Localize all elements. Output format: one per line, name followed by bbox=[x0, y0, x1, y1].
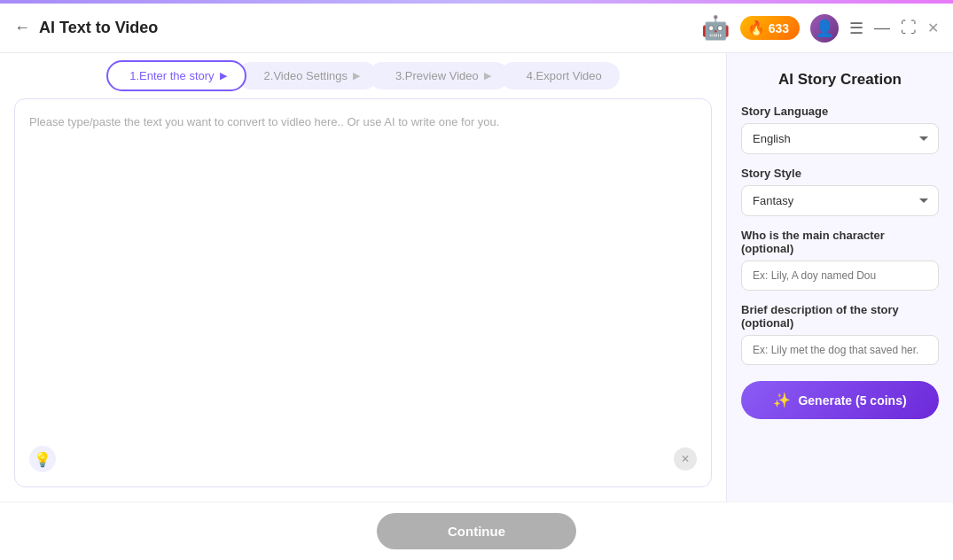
text-area-placeholder: Please type/paste the text you want to c… bbox=[29, 113, 697, 131]
title-bar: ← AI Text to Video 🤖 🔥 633 👤 ☰ — ⛶ ✕ bbox=[0, 4, 953, 53]
story-language-label: Story Language bbox=[741, 105, 939, 118]
right-panel: AI Story Creation Story Language English… bbox=[726, 53, 953, 502]
story-style-label: Story Style bbox=[741, 167, 939, 180]
clear-button[interactable]: ✕ bbox=[674, 447, 697, 471]
title-actions: 🤖 🔥 633 👤 ☰ — ⛶ ✕ bbox=[701, 14, 939, 43]
step-3-label: 3.Preview Video bbox=[395, 69, 479, 82]
text-area-bottom: 💡 ✕ bbox=[29, 439, 697, 472]
main-character-group: Who is the main character (optional) bbox=[741, 229, 939, 291]
menu-icon[interactable]: ☰ bbox=[849, 19, 863, 38]
steps-bar: 1.Enter the story ▶ 2.Video Settings ▶ 3… bbox=[14, 53, 712, 98]
avatar: 👤 bbox=[810, 14, 839, 43]
step-4-label: 4.Export Video bbox=[527, 69, 602, 82]
main-character-input[interactable] bbox=[741, 261, 939, 291]
close-button[interactable]: ✕ bbox=[927, 19, 939, 36]
step-3[interactable]: 3.Preview Video ▶ bbox=[369, 62, 509, 89]
continue-button[interactable]: Continue bbox=[377, 513, 576, 549]
fire-icon: 🔥 bbox=[747, 19, 765, 36]
step-2[interactable]: 2.Video Settings ▶ bbox=[238, 62, 378, 89]
main-character-label: Who is the main character (optional) bbox=[741, 229, 939, 255]
ai-icon: 🤖 bbox=[701, 14, 730, 42]
left-panel: 1.Enter the story ▶ 2.Video Settings ▶ 3… bbox=[0, 53, 726, 502]
coins-badge: 🔥 633 bbox=[740, 16, 800, 40]
continue-bar: Continue bbox=[0, 502, 953, 560]
bulb-icon[interactable]: 💡 bbox=[29, 446, 56, 472]
story-language-select[interactable]: English Spanish French German Chinese Ja… bbox=[741, 123, 939, 154]
step-4[interactable]: 4.Export Video bbox=[500, 62, 620, 89]
story-style-group: Story Style Fantasy Adventure Romance My… bbox=[741, 167, 939, 216]
text-area-container: Please type/paste the text you want to c… bbox=[14, 98, 712, 487]
brief-desc-input[interactable] bbox=[741, 335, 939, 365]
step-1[interactable]: 1.Enter the story ▶ bbox=[106, 60, 246, 91]
story-language-group: Story Language English Spanish French Ge… bbox=[741, 105, 939, 154]
wand-icon: ✨ bbox=[773, 392, 791, 408]
step-1-label: 1.Enter the story bbox=[129, 69, 214, 82]
step-2-label: 2.Video Settings bbox=[264, 69, 348, 82]
story-style-select[interactable]: Fantasy Adventure Romance Mystery Horror… bbox=[741, 185, 939, 216]
back-button[interactable]: ← bbox=[14, 19, 30, 37]
brief-desc-label: Brief description of the story (optional… bbox=[741, 303, 939, 330]
coins-count: 633 bbox=[769, 21, 789, 35]
generate-label: Generate (5 coins) bbox=[798, 393, 906, 408]
panel-title: AI Story Creation bbox=[741, 71, 939, 89]
app-title: AI Text to Video bbox=[39, 19, 701, 37]
generate-button[interactable]: ✨ Generate (5 coins) bbox=[741, 381, 939, 419]
minimize-button[interactable]: — bbox=[874, 19, 890, 37]
maximize-button[interactable]: ⛶ bbox=[901, 19, 917, 37]
main-content: 1.Enter the story ▶ 2.Video Settings ▶ 3… bbox=[0, 53, 953, 502]
brief-desc-group: Brief description of the story (optional… bbox=[741, 303, 939, 365]
